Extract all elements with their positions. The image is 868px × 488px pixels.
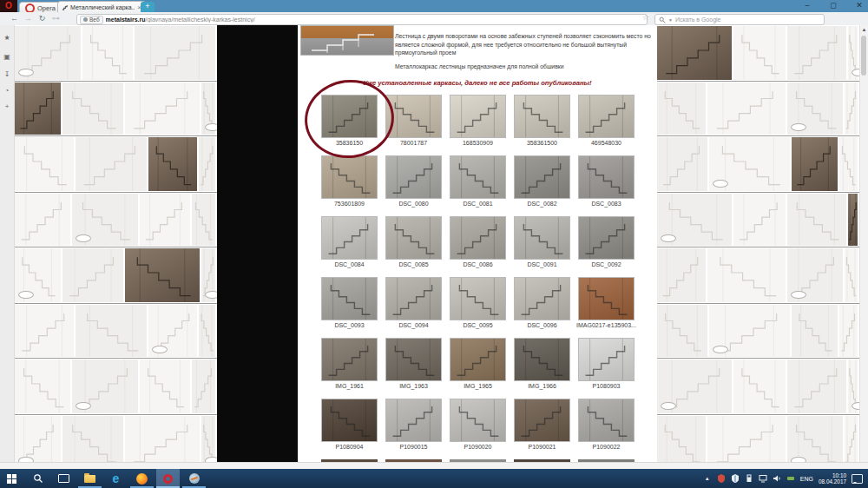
background-collage-left <box>15 25 217 462</box>
background-collage-photo <box>82 26 133 80</box>
gallery-photo-thumbnail[interactable] <box>321 155 378 199</box>
gallery-photo-caption: DSC_0084 <box>318 261 381 267</box>
watermark-stamp <box>18 69 34 76</box>
url-text: metalstairs.ru/glavnaya/metallicheskiy-k… <box>106 16 255 23</box>
speed-dial-icon[interactable]: ▣ <box>3 53 11 62</box>
back-button[interactable]: ← <box>9 13 20 24</box>
action-center-icon[interactable] <box>852 474 863 484</box>
language-indicator[interactable]: ENG <box>800 476 813 482</box>
background-collage-photo <box>657 416 706 462</box>
background-collage-photo <box>657 137 707 191</box>
gallery-photo-thumbnail[interactable] <box>578 216 635 260</box>
gallery-photo-caption: 78001787 <box>382 140 445 146</box>
gallery-photo-thumbnail[interactable] <box>321 277 378 320</box>
turbo-icon[interactable]: ⊶ <box>50 13 62 24</box>
gallery-photo-thumbnail[interactable] <box>450 216 506 260</box>
gallery-photo-thumbnail[interactable] <box>578 277 635 320</box>
connection-icon[interactable] <box>786 474 795 483</box>
taskbar-search-button[interactable] <box>26 469 49 488</box>
taskbar-task-view-button[interactable] <box>52 469 76 488</box>
gallery-photo-thumbnail[interactable] <box>450 338 506 381</box>
background-collage-photo <box>15 305 74 357</box>
gallery-photo-thumbnail[interactable] <box>578 95 635 138</box>
gallery-photo-thumbnail[interactable] <box>385 155 442 199</box>
browser-tab[interactable]: Металлический карка... × <box>57 1 146 13</box>
background-collage-photo <box>787 416 843 462</box>
new-tab-button[interactable]: + <box>141 2 155 12</box>
search-placeholder: Искать в Google <box>675 16 721 23</box>
gallery-photo-thumbnail[interactable] <box>450 95 506 138</box>
gallery-photo-thumbnail[interactable] <box>578 338 635 381</box>
gallery-photo-thumbnail[interactable] <box>514 338 570 381</box>
gallery-photo-thumbnail[interactable] <box>321 338 378 381</box>
hidden-icons-chevron[interactable]: ▲ <box>703 474 712 483</box>
gallery-photo-thumbnail[interactable] <box>578 155 635 199</box>
background-collage-photo <box>15 416 61 462</box>
search-box[interactable]: ▼ Искать в Google <box>654 14 825 25</box>
bookmarks-icon[interactable]: ★ <box>3 34 11 43</box>
close-button[interactable]: ✕ <box>851 0 868 12</box>
site-security-badge[interactable]: Веб <box>80 16 103 24</box>
gallery-photo-thumbnail[interactable] <box>385 338 442 381</box>
gallery-photo-thumbnail[interactable] <box>514 155 570 199</box>
search-engine-caret-icon[interactable]: ▼ <box>668 17 673 23</box>
gallery-photo-thumbnail[interactable] <box>450 277 506 320</box>
taskbar-clock[interactable]: 10:10 08.04.2017 <box>819 472 846 485</box>
maximize-button[interactable]: ◻ <box>825 0 842 12</box>
gallery-photo-thumbnail[interactable] <box>450 155 506 199</box>
taskbar-file-explorer-app[interactable] <box>78 469 102 488</box>
background-collage-photo <box>76 137 147 191</box>
gallery-photo-thumbnail[interactable] <box>385 216 442 260</box>
background-collage-photo <box>839 305 858 357</box>
downloads-icon[interactable]: ↧ <box>3 70 11 79</box>
usb-device-icon[interactable] <box>745 474 753 483</box>
background-collage-photo <box>787 248 843 302</box>
search-icon <box>659 16 666 23</box>
background-collage-photo <box>15 137 74 191</box>
history-icon[interactable]: ◔ <box>3 87 11 96</box>
gallery-photo-caption: DSC_0094 <box>382 322 445 328</box>
watermark-stamp <box>205 291 217 299</box>
background-collage-photo <box>848 194 858 246</box>
address-bar[interactable]: Веб metalstairs.ru/glavnaya/metallichesk… <box>76 14 648 25</box>
reload-button[interactable]: ↻ <box>36 13 48 24</box>
gallery-photo-thumbnail[interactable] <box>385 399 442 442</box>
gallery-photo-thumbnail[interactable] <box>514 95 570 138</box>
gallery-photo-thumbnail[interactable] <box>385 277 442 320</box>
gallery-photo-thumbnail[interactable] <box>321 399 378 442</box>
taskbar-sputnik-app[interactable] <box>182 469 206 488</box>
antivirus-icon[interactable] <box>717 474 726 483</box>
taskbar-firefox-app[interactable] <box>130 469 154 488</box>
background-collage-photo <box>135 26 215 80</box>
minimize-button[interactable]: – <box>799 0 816 12</box>
forward-button[interactable]: → <box>23 13 34 24</box>
gallery-photo-thumbnail[interactable] <box>514 277 570 320</box>
add-icon[interactable]: + <box>3 102 11 111</box>
gallery-photo-thumbnail[interactable] <box>514 216 570 260</box>
gallery-photo-thumbnail[interactable] <box>450 399 506 442</box>
scroll-up-icon[interactable]: ▲ <box>860 26 868 34</box>
gallery-photo-caption: IMG_1965 <box>446 383 510 389</box>
bookmark-star-icon[interactable]: ☆ <box>642 13 649 22</box>
page-scrollbar[interactable] <box>859 25 868 462</box>
volume-icon[interactable] <box>773 474 781 483</box>
gallery-photo-caption: IMAG0217-e135903... <box>575 322 638 328</box>
taskbar-opera-app[interactable] <box>156 469 180 488</box>
clock-date: 08.04.2017 <box>819 478 846 485</box>
background-collage-photo <box>125 248 200 302</box>
background-collage-photo <box>125 416 200 462</box>
taskbar-start-button[interactable] <box>0 469 23 488</box>
background-collage-photo <box>839 137 858 191</box>
taskbar-edge-app[interactable]: e <box>104 469 128 488</box>
gallery-photo-caption: IMG_1966 <box>510 383 574 389</box>
scrollbar-thumb[interactable] <box>861 36 866 76</box>
gallery-photo-thumbnail[interactable] <box>578 399 635 442</box>
watermark-stamp <box>661 234 676 242</box>
defender-shield-icon[interactable] <box>731 474 740 483</box>
background-collage-photo <box>199 137 215 191</box>
network-display-icon[interactable] <box>759 474 767 483</box>
opera-window-icon: O <box>0 0 17 12</box>
gallery-photo-thumbnail[interactable] <box>514 399 570 442</box>
gallery-photo-thumbnail[interactable] <box>321 216 378 260</box>
background-collage-photo <box>657 82 706 135</box>
